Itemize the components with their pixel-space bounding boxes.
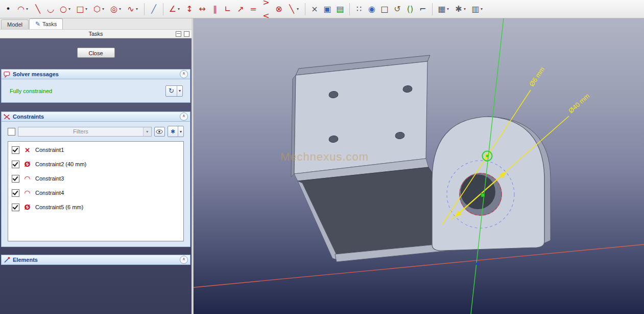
constrain-horizontal-distance-button[interactable]: ↔ [196,2,208,16]
constraint-row[interactable]: ◠Constraint4 [8,186,183,200]
show-hide-constraints-button[interactable] [154,127,165,137]
constrain-symmetric-button[interactable]: >< [260,2,272,16]
carbon-copy-button[interactable]: ▤ [334,2,346,16]
panel-dock-icon[interactable] [176,31,181,37]
hole-center-point[interactable] [481,193,485,197]
dropdown-arrow-icon[interactable]: ▾ [136,7,140,11]
dimension-40mm-label[interactable]: Ø40 mm [567,92,591,115]
external-geometry-button[interactable]: ▣ [321,2,333,16]
dropdown-arrow-icon[interactable]: ▾ [178,7,182,11]
arc-constraint-icon: ◠ [23,189,32,197]
show-internal-geometry-button[interactable]: () [404,2,416,16]
create-point-button[interactable]: • [2,2,14,16]
toggle-grid-button[interactable]: ▦▾ [436,2,452,16]
dropdown-arrow-icon[interactable]: ▾ [481,7,485,11]
solver-messages-section: Solver messages ∧ Fully constrained ↻ ▾ [1,69,190,103]
solver-messages-header[interactable]: Solver messages ∧ [1,69,190,79]
elements-icon [4,257,10,263]
constrain-parallel-button[interactable]: ∥ [209,2,221,16]
constraints-section: Constraints ∧ Filters ▾ [1,111,190,247]
select-redundant-constraints-button[interactable]: □ [378,2,391,16]
constraints-header[interactable]: Constraints ∧ [1,111,190,122]
toolbar-separator [305,3,305,15]
select-associated-constraints-button[interactable]: ∷ [353,2,365,16]
constraints-filter-row: Filters ▾ ✱ ▾ [8,126,184,137]
trim-edge-button[interactable]: × [308,2,321,16]
close-button[interactable]: Close [77,48,115,58]
constraints-body: Filters ▾ ✱ ▾ [1,122,190,247]
dropdown-arrow-icon[interactable]: ▾ [297,7,301,11]
dropdown-arrow-icon[interactable]: ▾ [464,7,468,11]
create-polygon-button[interactable]: ⬡▾ [91,2,107,16]
tab-tasks-label: Tasks [42,21,57,27]
toolbar-separator [349,3,350,15]
panel-tab-bar: Model ✎ Tasks [0,18,192,30]
panel-title-bar: Tasks [0,30,192,38]
constraint-row[interactable]: ×Constraint1 [8,143,183,157]
constrain-block-button[interactable]: ⊗ [273,2,285,16]
settings-dropdown-icon[interactable]: ▾ [178,126,183,137]
constrain-dimension-button[interactable]: ∠▾ [166,2,183,16]
filter-checkbox[interactable] [8,128,15,136]
constraint-settings-button[interactable]: ✱ ▾ [168,126,184,137]
select-conflicting-constraints-button[interactable]: ↺ [391,2,403,16]
create-polyline-button[interactable]: ◡ [44,2,57,16]
circle-center-point[interactable] [486,155,489,158]
create-rectangle-button[interactable]: □▾ [74,2,90,16]
panel-float-icon[interactable] [184,31,189,37]
select-associated-elements-icon: ◉ [367,3,377,16]
constrain-tangent-button[interactable]: ↗ [234,2,247,16]
constraint-row[interactable]: ØConstraint2 (40 mm) [8,157,183,171]
viewport-3d[interactable]: Mechnexus.com Ø6 mm Ø40 mm [194,18,644,314]
solver-refresh-button[interactable]: ↻ ▾ [165,85,183,97]
filters-dropdown-icon[interactable]: ▾ [143,127,151,136]
constraint-list[interactable]: ×Constraint1ØConstraint2 (40 mm)◠Constra… [8,141,184,241]
create-bspline-button[interactable]: ∿▾ [125,2,141,16]
constraint-checkbox[interactable] [12,161,19,168]
tab-model[interactable]: Model [1,19,29,29]
freecad-window: •◠▾╲◡○▾□▾⬡▾◎▾∿▾╱∠▾↕↔∥∟↗=><⊗╲▾×▣▤∷◉□↺()⌐▦… [0,0,644,314]
solver-messages-body: Fully constrained ↻ ▾ [1,79,190,103]
collapse-solver-icon[interactable]: ∧ [180,70,188,78]
constrain-distance-button[interactable]: ╲▾ [285,2,302,16]
collapse-elements-icon[interactable]: ∧ [180,256,188,264]
collapse-constraints-icon[interactable]: ∧ [180,113,188,121]
constrain-vertical-distance-button[interactable]: ↕ [183,2,196,16]
dropdown-arrow-icon[interactable]: ▾ [26,7,30,11]
constraint-row[interactable]: ØConstraint5 (6 mm) [8,200,183,214]
constraint-label: Constraint2 (40 mm) [35,161,86,167]
constraint-checkbox[interactable] [12,204,19,211]
constraint-checkbox[interactable] [12,189,19,197]
dimension-6mm-label[interactable]: Ø6 mm [528,65,546,88]
select-associated-elements-button[interactable]: ◉ [366,2,378,16]
create-line-button[interactable]: ╲ [32,2,44,16]
constrain-equal-button[interactable]: = [247,2,259,16]
dropdown-arrow-icon[interactable]: ▾ [102,7,106,11]
create-point-icon: • [3,3,13,16]
toolbar-separator [144,3,145,15]
constrain-perpendicular-button[interactable]: ∟ [222,2,234,16]
constraint-row[interactable]: ◠Constraint3 [8,171,183,186]
dropdown-arrow-icon[interactable]: ▾ [85,7,89,11]
dropdown-arrow-icon[interactable]: ▾ [119,7,123,11]
refresh-dropdown-icon[interactable]: ▾ [177,86,182,96]
origin-point[interactable] [476,262,479,265]
constraint-checkbox[interactable] [12,175,19,183]
constraint-checkbox[interactable] [12,146,19,154]
create-circle-button[interactable]: ○▾ [57,2,74,16]
create-circle-icon: ○ [58,3,68,16]
dropdown-arrow-icon[interactable]: ▾ [68,7,73,11]
toolbar-separator [432,3,433,15]
sketch-symmetry-button[interactable]: ⌐ [417,2,429,16]
toggle-construction-geometry-button[interactable]: ╱ [148,2,160,16]
tab-tasks[interactable]: ✎ Tasks [29,18,63,29]
create-conic-button[interactable]: ◎▾ [108,2,124,16]
create-bspline-icon: ∿ [126,3,136,16]
dropdown-arrow-icon[interactable]: ▾ [447,7,451,11]
toggle-snap-icon: ✱ [454,3,464,16]
create-arc-button[interactable]: ◠▾ [15,2,31,16]
filters-combobox[interactable]: Filters ▾ [18,127,152,137]
toggle-snap-button[interactable]: ✱▾ [452,2,469,16]
elements-header[interactable]: Elements ∧ [1,255,190,265]
rendering-order-button[interactable]: ▥▾ [469,2,486,16]
